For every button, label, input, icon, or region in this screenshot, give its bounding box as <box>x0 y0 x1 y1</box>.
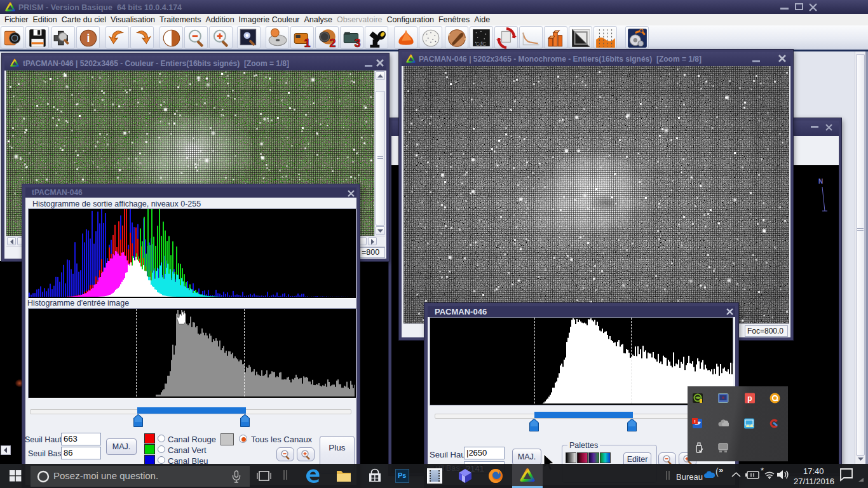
svg-text:CdC: CdC <box>475 41 486 47</box>
svg-text:!: ! <box>694 419 696 424</box>
svg-text:3: 3 <box>354 37 360 49</box>
svg-text:i: i <box>86 32 90 44</box>
svg-text:1: 1 <box>304 37 310 49</box>
svg-text:p: p <box>747 394 752 403</box>
svg-text:2: 2 <box>329 37 336 49</box>
